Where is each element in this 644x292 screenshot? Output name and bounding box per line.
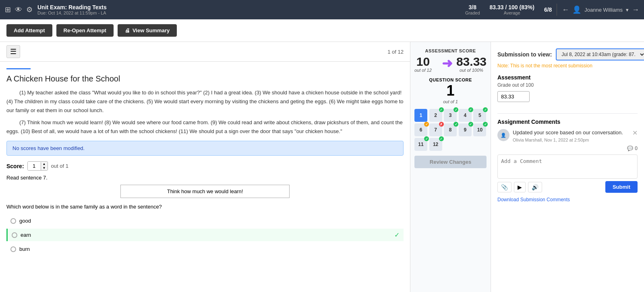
comment-close-button[interactable]: ✕: [632, 129, 638, 142]
nav-stats: 3/8 Graded 83.33 / 100 (83%) Average 6/8: [465, 4, 552, 15]
question-count: 1 of 12: [387, 49, 404, 55]
comments-section: Assignment Comments 👤 Updated your score…: [497, 119, 638, 146]
radio-burn: [10, 246, 16, 252]
comment-body: Updated your score based on our conversa…: [513, 129, 629, 142]
main-layout: ☰ 1 of 12 A Chicken House for the School…: [0, 42, 644, 292]
average-label: Average: [490, 10, 534, 15]
grid-item-7[interactable]: 7✗: [429, 123, 442, 136]
grid-item-6[interactable]: 6✓: [414, 123, 427, 136]
grid-item-5[interactable]: 5✓: [473, 109, 486, 122]
badge-5: ✓: [483, 107, 488, 112]
score-input[interactable]: [28, 162, 41, 170]
eye-icon[interactable]: 👁: [15, 6, 22, 14]
user-name: Joanne Williams: [584, 7, 623, 13]
answer-option-earn[interactable]: earn ✓: [6, 229, 404, 241]
top-nav: ⊞ 👁 ⚙ Unit Exam: Reading Texts Due: Oct …: [0, 0, 644, 19]
average-value: 83.33 / 100 (83%): [490, 4, 534, 10]
raw-score-value: 10: [414, 56, 432, 68]
answer-option-burn[interactable]: burn: [6, 244, 404, 254]
average-stat: 83.33 / 100 (83%) Average: [490, 4, 534, 15]
question-prompt: Which word below is in the same family a…: [6, 204, 404, 210]
grid-item-8[interactable]: 8✓: [444, 123, 457, 136]
graded-stat: 3/8 Graded: [465, 4, 480, 15]
answer-burn-label: burn: [19, 246, 30, 252]
nav-back-arrow[interactable]: ←: [562, 6, 569, 14]
download-submission-comments-link[interactable]: Download Submission Comments: [497, 197, 638, 202]
scores-row: 10 out of 12 ➜ 83.33 out of 100%: [414, 56, 487, 73]
comment-toolbar: 📎 ▶ 🔊 Submit: [497, 181, 638, 193]
percent-score-item: 83.33 out of 100%: [456, 56, 487, 73]
exam-due-date: Due: Oct 14, 2022 at 11:59pm - LA: [37, 10, 460, 15]
score-out-of: out of 1: [51, 163, 68, 169]
submission-row: Submission to view: Jul 8, 2022 at 10:43…: [497, 48, 638, 60]
raw-score-out-of: out of 12: [414, 68, 432, 73]
score-spinner: ▲ ▼: [41, 162, 48, 170]
submission-label: Submission to view:: [497, 51, 552, 58]
grid-item-4[interactable]: 4✓: [459, 109, 472, 122]
purple-arrow-icon: ➜: [442, 56, 453, 71]
comment-item: 👤 Updated your score based on our conver…: [497, 129, 638, 142]
review-changes-button[interactable]: Review Changes: [414, 156, 487, 168]
grid-item-10[interactable]: 10✓: [473, 123, 486, 136]
assessment-label: Assessment: [497, 74, 638, 81]
comment-meta: Olivia Marshall, Nov 1, 2022 at 2:50pm: [513, 138, 629, 142]
ratio-stat: 6/8: [544, 6, 552, 13]
question-nav-bar: ☰ 1 of 12: [0, 42, 410, 62]
question-score-label: QUESTION SCORE: [414, 77, 487, 82]
badge-2: ✓: [439, 107, 444, 112]
answer-option-good[interactable]: good: [6, 215, 404, 226]
grid-item-3[interactable]: 3✓: [444, 109, 457, 122]
comment-count: 0: [635, 146, 638, 151]
hamburger-menu[interactable]: ☰: [6, 45, 20, 58]
user-nav: ← 👤 Joanne Williams ▾ →: [562, 5, 639, 14]
score-label: Score:: [6, 163, 24, 169]
assessment-section: Assessment Grade out of 100: [497, 74, 638, 102]
grid-item-12[interactable]: 12✓: [429, 138, 442, 151]
user-avatar-icon: 👤: [572, 5, 581, 14]
view-summary-button[interactable]: 🖨 View Summary: [118, 24, 177, 37]
comments-label: Assignment Comments: [497, 119, 638, 125]
no-scores-banner: No scores have been modified.: [6, 141, 404, 156]
video-button[interactable]: ▶: [514, 182, 526, 192]
nav-forward-arrow[interactable]: →: [632, 6, 639, 14]
submission-select[interactable]: Jul 8, 2022 at 10:43am (grade: 87.: [556, 48, 644, 60]
user-dropdown-icon[interactable]: ▾: [626, 7, 629, 13]
raw-score-item: 10 out of 12: [414, 56, 432, 73]
not-recent-note: Note: This is not the most recent submis…: [497, 63, 638, 69]
badge-4: ✓: [468, 107, 473, 112]
reopen-attempt-button[interactable]: Re-Open Attempt: [56, 24, 114, 37]
answer-good-label: good: [19, 218, 31, 224]
graded-label: Graded: [465, 10, 480, 15]
badge-8: ✓: [453, 122, 458, 127]
comment-count-row: 💬 0: [497, 146, 638, 151]
score-up-button[interactable]: ▲: [41, 162, 48, 166]
answer-earn-label: earn: [21, 232, 31, 238]
grid-item-2[interactable]: 2✓: [429, 109, 442, 122]
grid-item-1[interactable]: 1: [414, 109, 427, 122]
question-content: A Chicken House for the School (1) My te…: [0, 62, 410, 292]
score-input-wrap: ▲ ▼: [27, 161, 48, 171]
comment-text: Updated your score based on our conversa…: [513, 129, 629, 136]
article-paragraph-2: (7) Think how much we would learn! (8) W…: [6, 118, 404, 136]
exam-title-block: Unit Exam: Reading Texts Due: Oct 14, 20…: [37, 4, 460, 15]
nav-divider: [557, 4, 557, 16]
score-down-button[interactable]: ▼: [41, 166, 48, 170]
exam-title: Unit Exam: Reading Texts: [37, 4, 460, 10]
assessment-score-label: ASSESSMENT SCORE: [414, 48, 487, 53]
grid-icon[interactable]: ⊞: [5, 5, 11, 14]
audio-button[interactable]: 🔊: [528, 182, 542, 192]
badge-10: ✓: [483, 122, 488, 127]
score-row: Score: ▲ ▼ out of 1: [6, 161, 404, 171]
badge-11: ✓: [424, 136, 429, 141]
add-comment-input[interactable]: [497, 154, 638, 179]
submit-comment-button[interactable]: Submit: [605, 181, 638, 193]
grade-input[interactable]: [497, 91, 530, 102]
progress-bar: [6, 68, 31, 69]
article-paragraph-1: (1) My teacher asked the class "What wou…: [6, 88, 404, 115]
gear-icon[interactable]: ⚙: [26, 5, 33, 14]
attachment-button[interactable]: 📎: [497, 182, 511, 192]
badge-9: ✓: [468, 122, 473, 127]
grid-item-11[interactable]: 11✓: [414, 138, 427, 151]
grid-item-9[interactable]: 9✓: [459, 123, 472, 136]
add-attempt-button[interactable]: Add Attempt: [6, 24, 52, 37]
